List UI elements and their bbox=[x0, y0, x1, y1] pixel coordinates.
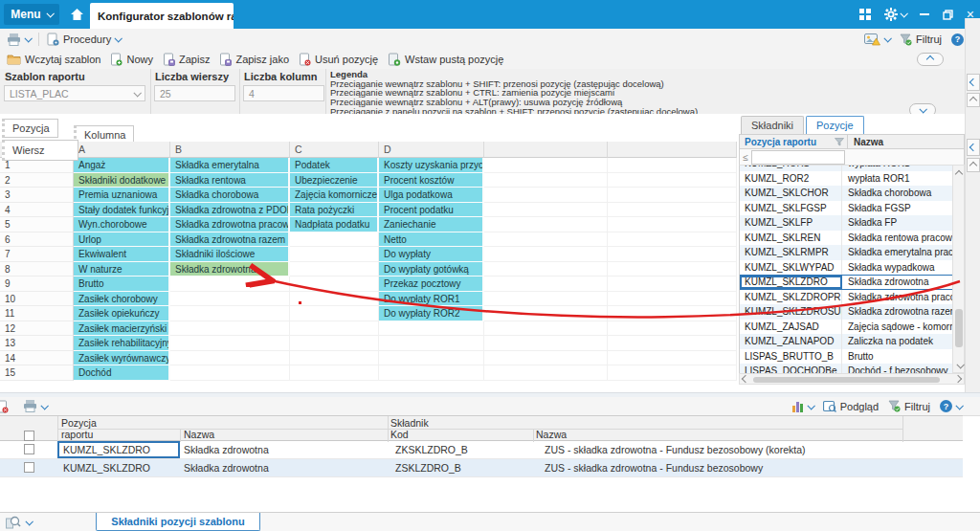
template-cell-empty[interactable] bbox=[608, 173, 737, 188]
template-cell-empty[interactable] bbox=[608, 336, 737, 351]
position-row[interactable]: KUMZL_SKLFPSkładka FP bbox=[740, 215, 964, 231]
template-cell[interactable] bbox=[170, 351, 290, 366]
template-cell[interactable] bbox=[170, 321, 290, 337]
template-cell[interactable]: Nadpłata podatku bbox=[290, 217, 379, 232]
template-cell[interactable]: Ulga podatkowa bbox=[379, 188, 484, 203]
template-cell[interactable] bbox=[290, 292, 379, 307]
position-row[interactable]: KUMZL_SKLZDROSkładka zdrowotna bbox=[740, 275, 964, 290]
position-row[interactable]: KUMZL_ROR2wypłata ROR1 bbox=[740, 171, 964, 187]
template-cell[interactable] bbox=[290, 262, 379, 277]
tab-konfigurator[interactable]: Konfigurator szablonów rapo bbox=[90, 3, 234, 29]
template-cell[interactable]: Procent podatku bbox=[379, 203, 484, 218]
template-cell[interactable]: Składniki dodatkowe bbox=[74, 173, 170, 188]
template-cell[interactable]: Składka rentowa bbox=[170, 173, 290, 188]
col-kod[interactable]: Kod bbox=[390, 429, 409, 441]
template-cell[interactable]: Podatek bbox=[290, 158, 379, 173]
template-cell[interactable] bbox=[170, 277, 290, 292]
save-as-button[interactable]: Zapisz jako bbox=[214, 52, 294, 68]
template-cell[interactable]: Zasiłek macierzyński bbox=[74, 321, 170, 337]
template-cell-empty[interactable] bbox=[608, 262, 737, 277]
panel-vertical-scrollbar[interactable] bbox=[952, 165, 965, 373]
component-row[interactable]: KUMZL_SKLZDROSkładka zdrowotnaZSKLZDRO_B… bbox=[0, 459, 963, 477]
procedury-button[interactable]: Procedury bbox=[42, 32, 125, 48]
template-cell-empty[interactable] bbox=[484, 158, 608, 173]
template-cell-empty[interactable] bbox=[484, 262, 608, 277]
template-cell-empty[interactable] bbox=[484, 277, 608, 292]
delete-position-button[interactable]: Usuń pozycję bbox=[294, 52, 383, 68]
template-cell[interactable] bbox=[379, 365, 484, 381]
template-cell-empty[interactable] bbox=[484, 188, 608, 203]
template-cell[interactable]: Rata pożyczki bbox=[290, 203, 379, 218]
szablon-raportu-select[interactable]: LISTA_PLAC bbox=[4, 85, 145, 101]
template-cell[interactable]: Składka zdrowotna razem bbox=[170, 232, 290, 248]
template-cell[interactable]: Składka zdrowotna z PDOF bbox=[170, 203, 290, 218]
template-cell[interactable]: Składka zdrowotna bbox=[170, 262, 290, 277]
insert-empty-position-button[interactable]: Wstaw pustą pozycję bbox=[383, 52, 508, 68]
template-cell-empty[interactable] bbox=[484, 203, 608, 218]
template-cell[interactable]: Ubezpieczenie bbox=[290, 173, 379, 188]
settings-button[interactable] bbox=[884, 8, 906, 21]
template-cell[interactable]: Składka zdrowotna pracownika bbox=[170, 217, 290, 232]
minimize-button[interactable] bbox=[920, 13, 929, 15]
template-cell[interactable] bbox=[290, 232, 379, 248]
template-cell[interactable]: Brutto bbox=[74, 277, 170, 292]
template-cell-empty[interactable] bbox=[484, 321, 608, 337]
preview-button[interactable]: Podgląd bbox=[818, 398, 883, 414]
liczba-wierszy-input[interactable]: 25 bbox=[154, 85, 235, 101]
help-button[interactable]: ? bbox=[935, 398, 967, 414]
template-cell[interactable]: Procent kosztów bbox=[379, 173, 484, 188]
template-cell[interactable]: Premia uznaniowa bbox=[74, 188, 170, 203]
template-cell[interactable] bbox=[290, 336, 379, 351]
scrollbar-thumb[interactable] bbox=[753, 377, 940, 383]
delete-page-icon[interactable] bbox=[0, 400, 9, 413]
template-cell[interactable] bbox=[379, 336, 484, 351]
scroll-up-icon[interactable] bbox=[954, 170, 962, 178]
template-cell-empty[interactable] bbox=[484, 173, 608, 188]
template-cell[interactable]: Angaż bbox=[74, 158, 170, 173]
select-all-checkbox[interactable] bbox=[24, 431, 34, 441]
template-cell-empty[interactable] bbox=[608, 158, 737, 173]
position-row[interactable]: LISPAS_BRUTTO_BBrutto bbox=[740, 349, 964, 365]
template-cell[interactable] bbox=[290, 247, 379, 262]
grid-column-header[interactable]: A bbox=[74, 142, 170, 158]
col-nazwa[interactable]: Nazwa bbox=[184, 429, 214, 441]
template-cell[interactable]: Składniki ilościowe bbox=[170, 247, 290, 262]
zoom-tool-button[interactable] bbox=[6, 516, 32, 529]
template-cell-empty[interactable] bbox=[608, 365, 737, 381]
panel-horizontal-scrollbar[interactable] bbox=[739, 373, 965, 385]
template-cell[interactable] bbox=[170, 365, 290, 381]
template-cell[interactable]: Urlop bbox=[74, 232, 170, 248]
position-row[interactable]: KUMZL_SKLFGSPSkładka FGSP bbox=[740, 201, 964, 216]
liczba-kolumn-input[interactable]: 4 bbox=[243, 85, 324, 101]
scroll-up-button[interactable] bbox=[967, 93, 980, 107]
component-row[interactable]: KUMZL_SKLZDROSkładka zdrowotnaZKSKLZDRO_… bbox=[0, 441, 963, 459]
restore-icon[interactable] bbox=[943, 10, 953, 20]
template-cell[interactable] bbox=[170, 306, 290, 321]
tab-skladniki[interactable]: Składniki bbox=[741, 116, 804, 134]
template-cell[interactable]: Składka chorobowa bbox=[170, 188, 290, 203]
pozycja-field-button[interactable]: Pozycja bbox=[2, 119, 58, 138]
template-cell[interactable] bbox=[379, 321, 484, 337]
template-cell-empty[interactable] bbox=[608, 217, 737, 232]
template-cell[interactable]: Zasiłek wyrównawczy bbox=[74, 351, 170, 366]
template-cell[interactable]: Do wypłaty ROR1 bbox=[379, 292, 484, 307]
template-cell-empty[interactable] bbox=[608, 203, 737, 218]
scroll-down-icon[interactable] bbox=[956, 361, 964, 368]
home-button[interactable] bbox=[65, 4, 88, 25]
template-cell-empty[interactable] bbox=[484, 306, 608, 321]
template-cell-empty[interactable] bbox=[484, 292, 608, 307]
position-row[interactable]: KUMZL_ZAJSADZajęcia sądowe - komornik bbox=[740, 320, 964, 335]
template-cell-empty[interactable] bbox=[608, 306, 737, 321]
save-button[interactable]: Zapisz bbox=[158, 52, 214, 68]
collapse-panel-button[interactable] bbox=[967, 139, 980, 156]
apps-grid-icon[interactable] bbox=[859, 9, 871, 20]
template-cell-empty[interactable] bbox=[608, 188, 737, 203]
filter-button[interactable]: Filtruj bbox=[883, 398, 935, 414]
template-cell[interactable] bbox=[170, 292, 290, 307]
menu-button[interactable]: Menu bbox=[4, 4, 59, 25]
template-cell[interactable]: Do wypłaty bbox=[379, 247, 484, 262]
template-cell[interactable]: Przekaz pocztowy bbox=[379, 277, 484, 292]
template-cell[interactable]: Zasiłek opiekuńczy bbox=[74, 306, 170, 321]
template-cell[interactable]: Składka emerytalna bbox=[170, 158, 290, 173]
template-cell-empty[interactable] bbox=[608, 351, 737, 366]
